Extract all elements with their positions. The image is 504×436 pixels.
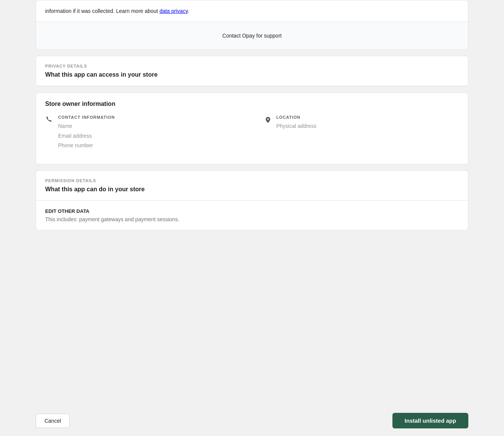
footer-actions: Cancel Install unlisted app [36, 405, 468, 436]
store-owner-card: Store owner information CONTACT INFORMAT… [36, 93, 468, 164]
data-privacy-link[interactable]: data privacy [159, 8, 187, 14]
edit-data-section: EDIT OTHER DATA This includes: payment g… [36, 201, 468, 230]
location-column: LOCATION Physical address [263, 115, 459, 156]
install-app-button[interactable]: Install unlisted app [392, 413, 468, 428]
list-item: Physical address [276, 123, 317, 130]
contact-category: CONTACT INFORMATION Name Email address P… [45, 115, 241, 152]
contact-category-title: CONTACT INFORMATION [58, 115, 115, 120]
permission-details-card: PERMISSION DETAILS What this app can do … [36, 170, 468, 230]
store-owner-title: Store owner information [45, 101, 459, 107]
contact-column: CONTACT INFORMATION Name Email address P… [45, 115, 241, 156]
privacy-text-area: information if it was collected. Learn m… [36, 0, 468, 22]
list-item: Phone number [58, 142, 115, 150]
contact-support-area: Contact Opay for support [36, 22, 468, 49]
cancel-button[interactable]: Cancel [36, 414, 70, 428]
contact-info-block: CONTACT INFORMATION Name Email address P… [58, 115, 115, 152]
edit-data-title: EDIT OTHER DATA [45, 208, 459, 214]
privacy-details-card: PRIVACY DETAILS What this app can access… [36, 56, 468, 87]
edit-data-description: This includes: payment gateways and paym… [45, 216, 459, 222]
list-item: Email address [58, 132, 115, 140]
top-section: information if it was collected. Learn m… [36, 0, 468, 50]
location-category: LOCATION Physical address [263, 115, 459, 132]
privacy-section-label: PRIVACY DETAILS [45, 64, 459, 68]
contact-items-list: Name Email address Phone number [58, 123, 115, 150]
location-info-block: LOCATION Physical address [276, 115, 317, 132]
permission-card-header: PERMISSION DETAILS What this app can do … [36, 171, 468, 201]
location-icon [263, 115, 272, 124]
privacy-text: information if it was collected. Learn m… [45, 8, 459, 14]
store-owner-body: Store owner information CONTACT INFORMAT… [36, 93, 468, 164]
list-item: Name [58, 123, 115, 130]
location-category-title: LOCATION [276, 115, 317, 120]
permissions-grid: CONTACT INFORMATION Name Email address P… [45, 115, 459, 156]
privacy-card-title: What this app can access in your store [45, 71, 459, 78]
privacy-card-header: PRIVACY DETAILS What this app can access… [36, 56, 468, 86]
phone-icon [45, 115, 54, 124]
permission-section-label: PERMISSION DETAILS [45, 178, 459, 183]
permission-card-title: What this app can do in your store [45, 186, 459, 193]
contact-support-label: Contact Opay for support [222, 33, 282, 39]
location-items-list: Physical address [276, 123, 317, 130]
